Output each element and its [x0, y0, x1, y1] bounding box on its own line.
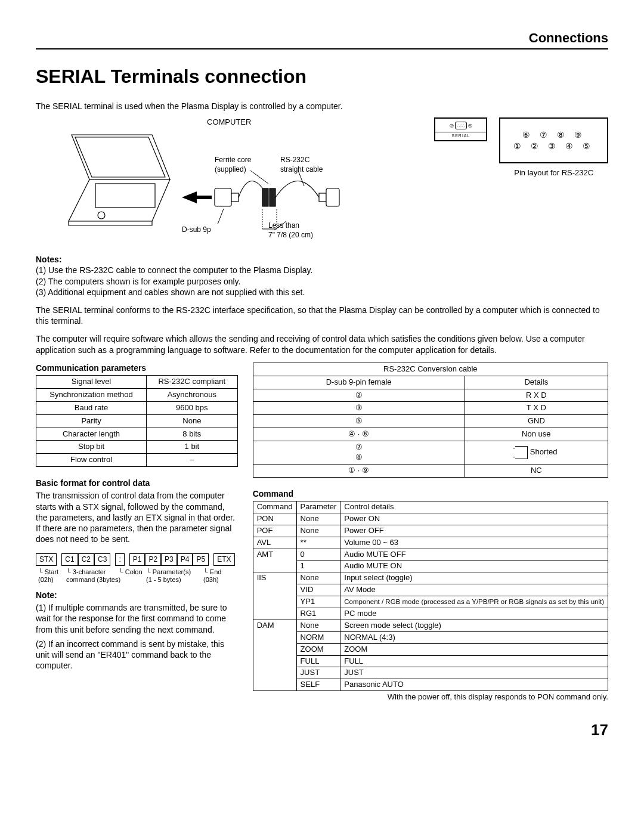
- table-cell: Flow control: [36, 454, 147, 467]
- p5-box: P5: [193, 553, 209, 565]
- table-cell: ⑦ ⑧: [253, 441, 465, 465]
- page-number: 17: [36, 720, 608, 741]
- table-cell: RS-232C compliant: [147, 375, 238, 388]
- table-cell: RG1: [296, 608, 340, 620]
- table-cell: None: [296, 525, 340, 537]
- table-cell: Power ON: [340, 513, 608, 525]
- table-cell: Parity: [36, 414, 147, 428]
- table-cell: YP1: [296, 596, 340, 608]
- conv-header: D-sub 9-pin female: [253, 376, 465, 389]
- table-cell: PON: [253, 513, 296, 525]
- page-title: SERIAL Terminals connection: [36, 64, 608, 89]
- table-cell: NORMAL (4:3): [340, 631, 608, 643]
- lbl-cmd: 3-character command (3bytes): [66, 568, 120, 583]
- dsub-label: D-sub 9p: [182, 225, 211, 235]
- table-cell: AMT: [253, 549, 296, 572]
- conversion-cable-table: RS-232C Conversion cable D-sub 9-pin fem…: [253, 363, 608, 478]
- table-cell: PC mode: [340, 608, 608, 620]
- table-cell: JUST: [296, 667, 340, 679]
- command-title: Command: [253, 488, 608, 499]
- table-cell: AV Mode: [340, 584, 608, 596]
- table-cell: ②: [253, 389, 465, 402]
- notes-list: (1) Use the RS-232C cable to connect the…: [36, 265, 608, 298]
- c2-box: C2: [78, 553, 94, 565]
- table-cell: NC: [465, 464, 608, 477]
- lbl-colon: Colon: [125, 568, 143, 575]
- table-cell: None: [296, 513, 340, 525]
- svg-line-18: [218, 209, 224, 224]
- svg-rect-11: [319, 193, 326, 202]
- pin-layout-caption: Pin layout for RS-232C: [499, 168, 608, 178]
- table-cell: ③: [253, 402, 465, 415]
- svg-line-16: [250, 171, 268, 184]
- svg-rect-7: [215, 188, 231, 206]
- pin-row-top: ⑥ ⑦ ⑧ ⑨: [513, 129, 594, 140]
- serial-port-illustration: ◎ ∴∴∴ ◎ SERIAL: [434, 117, 487, 141]
- table-cell: DAM: [253, 620, 296, 690]
- c3-box: C3: [94, 553, 110, 565]
- etx-box: ETX: [213, 553, 234, 565]
- notes-title: Notes:: [36, 254, 608, 265]
- table-cell: FULL: [340, 655, 608, 667]
- command-table: Command Parameter Control details PONNon…: [253, 501, 608, 691]
- table-cell: **: [296, 537, 340, 549]
- table-cell: Component / RGB mode (processed as a Y/P…: [340, 596, 608, 608]
- table-cell: POF: [253, 525, 296, 537]
- pin-layout-box: ⑥ ⑦ ⑧ ⑨ ① ② ③ ④ ⑤: [499, 117, 608, 163]
- intro-text: The SERIAL terminal is used when the Pla…: [36, 101, 608, 112]
- format-diagram: STX C1 C2 C3 : P1 P2 P3 P4 P5 ETX └ Star…: [36, 553, 238, 584]
- format-text: The transmission of control data from th…: [36, 490, 238, 544]
- note-item: (2) The computers shown is for example p…: [36, 276, 608, 287]
- table-cell: 1 bit: [147, 441, 238, 454]
- table-cell: Audio MUTE ON: [340, 561, 608, 572]
- colon-box: :: [115, 553, 124, 565]
- table-cell: ⑤: [253, 415, 465, 428]
- table-cell: Non use: [465, 428, 608, 441]
- body-paragraph: The computer will require software which…: [36, 333, 608, 355]
- lbl-start: Start (02h): [38, 568, 58, 583]
- table-cell: Audio MUTE OFF: [340, 549, 608, 561]
- table-cell: Screen mode select (toggle): [340, 620, 608, 631]
- lbl-params: Parameter(s) (1 - 5 bytes): [146, 568, 191, 583]
- table-cell: SELF: [296, 679, 340, 691]
- computer-label: COMPUTER: [36, 117, 422, 128]
- svg-marker-6: [182, 191, 212, 203]
- table-cell: VID: [296, 584, 340, 596]
- svg-rect-8: [231, 193, 239, 202]
- table-cell: NORM: [296, 631, 340, 643]
- table-cell: ④ · ⑥: [253, 428, 465, 441]
- stx-box: STX: [36, 553, 57, 565]
- table-cell: Character length: [36, 428, 147, 441]
- svg-rect-10: [270, 188, 275, 206]
- table-cell: FULL: [296, 655, 340, 667]
- note2-title: Note:: [36, 590, 238, 600]
- note-item: (1) Use the RS-232C cable to connect the…: [36, 265, 608, 275]
- c1-box: C1: [61, 553, 78, 565]
- table-cell: Baud rate: [36, 401, 147, 414]
- table-cell: GND: [465, 415, 608, 428]
- table-cell: –: [147, 454, 238, 467]
- table-cell: None: [296, 620, 340, 631]
- p4-box: P4: [177, 553, 193, 565]
- table-cell: Panasonic AUTO: [340, 679, 608, 691]
- p2-box: P2: [145, 553, 161, 565]
- serial-text: SERIAL: [435, 132, 486, 138]
- cmd-header: Command: [253, 501, 296, 513]
- note2-item: (1) If multiple commands are transmitted…: [36, 602, 238, 635]
- table-cell: IIS: [253, 572, 296, 620]
- table-cell: Input select (toggle): [340, 572, 608, 584]
- table-cell: Synchronization method: [36, 388, 147, 401]
- pin-row-bottom: ① ② ③ ④ ⑤: [513, 141, 594, 151]
- note-item: (3) Additional equipment and cables show…: [36, 287, 608, 298]
- connection-diagram: COMPUTER: [36, 117, 608, 248]
- table-cell: ZOOM: [296, 643, 340, 655]
- rs232c-label: RS-232C straight cable: [280, 156, 323, 174]
- cmd-header: Control details: [340, 501, 608, 513]
- lbl-end: End (03h): [203, 568, 221, 583]
- conv-title: RS-232C Conversion cable: [253, 363, 608, 376]
- table-cell: ZOOM: [340, 643, 608, 655]
- table-cell: Power OFF: [340, 525, 608, 537]
- p1-box: P1: [129, 553, 145, 565]
- table-cell: 1: [296, 561, 340, 572]
- comm-params-title: Communication parameters: [36, 363, 238, 373]
